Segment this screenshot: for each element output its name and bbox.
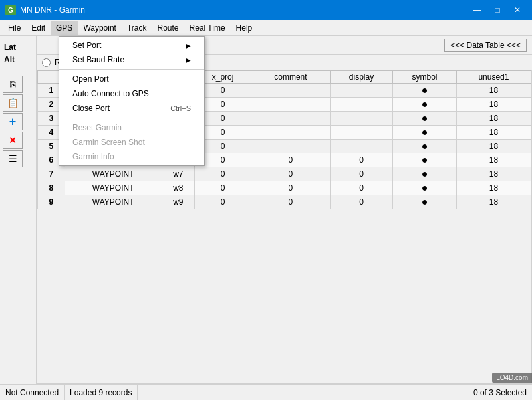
paste-button[interactable]: 📋 — [3, 94, 23, 112]
cell-1: WAYPOINT — [65, 195, 162, 209]
gps-dropdown-menu: Set Port ▶ Set Baud Rate ▶ Open Port Aut… — [59, 36, 205, 166]
menu-item-set-baud[interactable]: Set Baud Rate ▶ — [59, 52, 204, 67]
menu-item-set-port[interactable]: Set Port ▶ — [59, 38, 204, 52]
table-row[interactable]: 9WAYPOINTw9000●18 — [38, 195, 531, 209]
list-button[interactable]: ☰ — [3, 150, 23, 167]
menu-gps[interactable]: GPS — [51, 21, 78, 35]
cell-7: 18 — [456, 167, 531, 181]
cell-6: ● — [393, 181, 457, 195]
cell-6: ● — [393, 167, 457, 181]
window-controls: — □ ✕ — [468, 3, 527, 17]
cell-5: 0 — [330, 167, 392, 181]
alt-label: Alt — [4, 54, 32, 66]
rtimewpt-radio[interactable] — [42, 58, 51, 67]
cell-0: 8 — [38, 181, 65, 195]
cell-4 — [251, 84, 331, 98]
cell-3: 0 — [195, 167, 251, 181]
window-title: MN DNR - Garmin — [20, 5, 85, 15]
cell-2: w8 — [162, 181, 195, 195]
cell-5 — [330, 98, 392, 112]
cell-5: 0 — [330, 153, 392, 167]
close-button[interactable]: ✕ — [508, 3, 527, 17]
cell-7: 18 — [456, 181, 531, 195]
add-button[interactable]: + — [3, 113, 23, 130]
table-row[interactable]: 7WAYPOINTw7000●18 — [38, 167, 531, 181]
cell-2: w7 — [162, 167, 195, 181]
menu-realtime[interactable]: Real Time — [184, 21, 231, 35]
cell-7: 18 — [456, 140, 531, 153]
col-header-unused1: unused1 — [456, 71, 531, 84]
cell-5 — [330, 140, 392, 153]
cell-6: ● — [393, 112, 457, 126]
menu-item-reset-garmin: Reset Garmin — [59, 120, 204, 135]
menu-file[interactable]: File — [3, 21, 26, 35]
left-toolbar: ⎘ 📋 + ✕ ☰ — [3, 76, 33, 167]
minimize-button[interactable]: — — [468, 3, 487, 17]
menu-waypoint[interactable]: Waypoint — [78, 21, 122, 35]
cell-7: 18 — [456, 98, 531, 112]
left-panel: Lat Alt ⎘ 📋 + ✕ ☰ — [0, 36, 37, 384]
cell-4 — [251, 126, 331, 140]
cell-4: 0 — [251, 153, 331, 167]
cell-4 — [251, 98, 331, 112]
cell-4: 0 — [251, 181, 331, 195]
cell-6: ● — [393, 84, 457, 98]
records-status: Loaded 9 records — [65, 385, 138, 400]
cell-0: 7 — [38, 167, 65, 181]
cell-1: WAYPOINT — [65, 181, 162, 195]
copy-button[interactable]: ⎘ — [3, 76, 23, 93]
cell-6: ● — [393, 126, 457, 140]
watermark: LO4D.com — [492, 373, 532, 383]
menu-item-garmin-info: Garmin Info — [59, 150, 204, 164]
separator — [59, 69, 204, 70]
connection-status: Not Connected — [0, 385, 65, 400]
cell-1: WAYPOINT — [65, 167, 162, 181]
separator — [59, 118, 204, 118]
app-icon: G — [5, 5, 16, 15]
cell-4: 0 — [251, 195, 331, 209]
menu-route[interactable]: Route — [152, 21, 184, 35]
cell-6: ● — [393, 153, 457, 167]
cell-5 — [330, 112, 392, 126]
col-header-comment: comment — [251, 71, 331, 84]
menu-item-auto-connect[interactable]: Auto Connect to GPS — [59, 86, 204, 101]
cell-3: 0 — [195, 181, 251, 195]
cell-5 — [330, 126, 392, 140]
menu-edit[interactable]: Edit — [26, 21, 51, 35]
cell-2: w9 — [162, 195, 195, 209]
cell-5: 0 — [330, 181, 392, 195]
menu-track[interactable]: Track — [122, 21, 152, 35]
maximize-button[interactable]: □ — [488, 3, 507, 17]
lat-alt-display: Lat Alt — [3, 39, 33, 69]
cell-4: 0 — [251, 167, 331, 181]
cell-5 — [330, 84, 392, 98]
menu-bar: File Edit GPS Waypoint Track Route Real … — [0, 20, 532, 36]
cell-3: 0 — [195, 195, 251, 209]
title-bar: G MN DNR - Garmin — □ ✕ — [0, 0, 532, 20]
cell-7: 18 — [456, 195, 531, 209]
cell-0: 9 — [38, 195, 65, 209]
cell-7: 18 — [456, 84, 531, 98]
cell-7: 18 — [456, 126, 531, 140]
cell-7: 18 — [456, 153, 531, 167]
delete-button[interactable]: ✕ — [3, 132, 23, 149]
cell-5: 0 — [330, 195, 392, 209]
cell-6: ● — [393, 195, 457, 209]
col-header-symbol: symbol — [393, 71, 457, 84]
cell-6: ● — [393, 98, 457, 112]
menu-item-open-port[interactable]: Open Port — [59, 72, 204, 86]
table-row[interactable]: 8WAYPOINTw8000●18 — [38, 181, 531, 195]
cell-4 — [251, 112, 331, 126]
lat-label: Lat — [4, 41, 32, 54]
data-table-button[interactable]: <<< Data Table <<< — [444, 39, 527, 52]
shortcut-label: Ctrl+S — [170, 104, 191, 112]
menu-help[interactable]: Help — [231, 21, 258, 35]
submenu-arrow: ▶ — [186, 56, 191, 64]
cell-6: ● — [393, 140, 457, 153]
menu-item-close-port[interactable]: Close Port Ctrl+S — [59, 101, 204, 116]
status-bar: Not Connected Loaded 9 records 0 of 3 Se… — [0, 384, 532, 400]
submenu-arrow: ▶ — [186, 42, 191, 49]
selection-status: 0 of 3 Selected — [468, 385, 532, 400]
menu-item-screenshot: Garmin Screen Shot — [59, 135, 204, 150]
cell-4 — [251, 140, 331, 153]
